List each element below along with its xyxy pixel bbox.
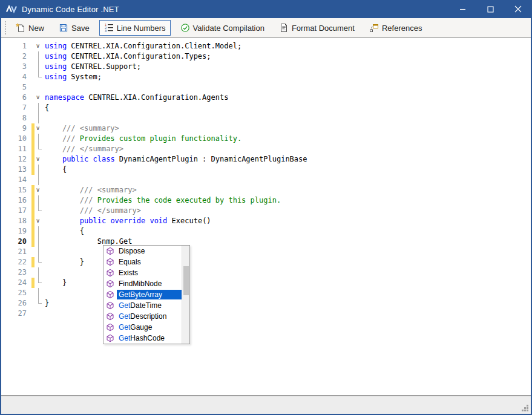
resize-grip-icon[interactable] <box>521 404 529 412</box>
code-line-26[interactable]: 26} <box>1 298 531 309</box>
code-text[interactable]: public class DynamicAgentPlugin : Dynami… <box>45 154 307 165</box>
code-text[interactable]: public override void Execute() <box>45 216 211 226</box>
fold-collapse-icon[interactable]: ∨ <box>34 123 45 134</box>
method-icon <box>106 247 117 255</box>
autocomplete-item-dispose[interactable]: Dispose <box>103 246 182 257</box>
toolbar-button-new[interactable]: New <box>11 20 49 36</box>
line-number: 18 <box>1 216 31 226</box>
line-number: 8 <box>1 113 31 123</box>
autocomplete-item-getdatetime[interactable]: GetDateTime <box>103 300 182 311</box>
maximize-button[interactable] <box>476 0 504 18</box>
code-editor[interactable]: 1∨using CENTREL.XIA.Configuration.Client… <box>1 38 531 396</box>
code-line-6[interactable]: 6∨namespace CENTREL.XIA.Configuration.Ag… <box>1 93 531 103</box>
code-line-25[interactable]: 25 <box>1 288 531 298</box>
code-line-12[interactable]: 12∨ public class DynamicAgentPlugin : Dy… <box>1 154 531 165</box>
fold-collapse-icon[interactable]: ∨ <box>34 185 45 195</box>
line-number: 20 <box>1 237 31 247</box>
line-number: 27 <box>1 309 31 319</box>
toolbar-button-label: New <box>28 24 44 33</box>
autocomplete-popup: DisposeEqualsExistsFindMibNodeGetByteArr… <box>103 245 190 344</box>
autocomplete-item-getbytearray[interactable]: GetByteArray <box>103 289 182 300</box>
code-line-5[interactable]: 5 <box>1 82 531 93</box>
code-line-16[interactable]: 16 /// Provides the code executed by thi… <box>1 195 531 206</box>
code-text[interactable]: /// </summary> <box>45 144 123 154</box>
code-line-18[interactable]: 18∨ public override void Execute() <box>1 216 531 226</box>
code-text[interactable]: { <box>45 103 49 113</box>
toolbar-button-validate-compilation[interactable]: Validate Compilation <box>176 20 269 36</box>
code-line-4[interactable]: 4using System; <box>1 72 531 82</box>
code-line-15[interactable]: 15∨ /// <summary> <box>1 185 531 195</box>
code-line-7[interactable]: 7{ <box>1 103 531 113</box>
code-line-22[interactable]: 22 } <box>1 257 531 267</box>
fold-collapse-icon[interactable]: ∨ <box>34 216 45 226</box>
fold-guide <box>34 72 45 82</box>
fold-collapse-icon[interactable]: ∨ <box>34 154 45 165</box>
autocomplete-item-getgauge[interactable]: GetGauge <box>103 322 182 333</box>
autocomplete-item-exists[interactable]: Exists <box>103 267 182 278</box>
code-line-10[interactable]: 10 /// Provides custom plugin functional… <box>1 134 531 144</box>
fold-guide <box>34 144 45 154</box>
fold-guide <box>34 288 45 298</box>
code-text[interactable]: { <box>45 165 67 175</box>
autocomplete-item-getdescription[interactable]: GetDescription <box>103 311 182 322</box>
title-bar: Dynamic Code Editor .NET <box>0 0 532 18</box>
autocomplete-item-equals[interactable]: Equals <box>103 257 182 267</box>
code-text[interactable]: /// Provides custom plugin functionality… <box>45 134 241 144</box>
code-line-13[interactable]: 13 { <box>1 165 531 175</box>
autocomplete-item-gethashcode[interactable]: GetHashCode <box>103 333 182 344</box>
code-line-19[interactable]: 19 { <box>1 226 531 237</box>
code-text[interactable]: using CENTREL.XIA.Configuration.Types; <box>45 51 211 62</box>
autocomplete-item-label: Exists <box>117 268 182 278</box>
code-text[interactable]: /// </summary> <box>45 206 141 216</box>
fold-collapse-icon[interactable]: ∨ <box>34 41 45 51</box>
code-text[interactable]: /// <summary> <box>45 185 137 195</box>
line-number: 10 <box>1 134 31 144</box>
fold-guide <box>34 298 45 309</box>
code-line-17[interactable]: 17 /// </summary> <box>1 206 531 216</box>
code-line-23[interactable]: 23 <box>1 267 531 278</box>
line-number: 3 <box>1 62 31 72</box>
line-number: 11 <box>1 144 31 154</box>
code-text[interactable]: using System; <box>45 72 102 82</box>
code-line-11[interactable]: 11 /// </summary> <box>1 144 531 154</box>
line-number: 16 <box>1 195 31 206</box>
close-button[interactable] <box>504 0 532 18</box>
toolbar-button-line-numbers[interactable]: 123Line Numbers <box>99 20 171 36</box>
code-line-3[interactable]: 3using CENTREL.Support; <box>1 62 531 72</box>
line-number: 9 <box>1 123 31 134</box>
fold-guide <box>34 278 45 288</box>
fold-guide <box>34 206 45 216</box>
code-text[interactable]: { <box>45 226 84 237</box>
autocomplete-scrollbar[interactable] <box>182 246 189 344</box>
code-text[interactable]: /// <summary> <box>45 123 119 134</box>
code-line-8[interactable]: 8 <box>1 113 531 123</box>
code-line-1[interactable]: 1∨using CENTREL.XIA.Configuration.Client… <box>1 41 531 51</box>
code-text[interactable]: using CENTREL.XIA.Configuration.Client.M… <box>45 41 241 51</box>
code-line-2[interactable]: 2using CENTREL.XIA.Configuration.Types; <box>1 51 531 62</box>
fold-collapse-icon[interactable]: ∨ <box>34 93 45 103</box>
autocomplete-item-findmibnode[interactable]: FindMibNode <box>103 278 182 289</box>
code-line-20[interactable]: 20 Snmp.Get <box>1 237 531 247</box>
code-text[interactable]: namespace CENTREL.XIA.Configuration.Agen… <box>45 93 228 103</box>
code-text[interactable]: } <box>45 257 84 267</box>
autocomplete-scrollbar-thumb[interactable] <box>183 266 189 295</box>
code-text[interactable]: using CENTREL.Support; <box>45 62 141 72</box>
code-line-27[interactable]: 27 <box>1 309 531 319</box>
toolbar-button-save[interactable]: Save <box>54 20 94 36</box>
code-line-14[interactable]: 14 <box>1 175 531 185</box>
code-text[interactable]: } <box>45 298 49 309</box>
chevron-down-icon: ∨ <box>36 123 40 133</box>
autocomplete-item-label: GetHashCode <box>117 333 182 343</box>
code-line-21[interactable]: 21 <box>1 247 531 257</box>
toolbar-grip[interactable] <box>5 21 6 34</box>
line-number: 14 <box>1 175 31 185</box>
toolbar-button-format-document[interactable]: Format Document <box>274 20 360 36</box>
code-line-24[interactable]: 24 } <box>1 278 531 288</box>
minimize-button[interactable] <box>448 0 476 18</box>
code-line-9[interactable]: 9∨ /// <summary> <box>1 123 531 134</box>
method-icon <box>106 312 117 321</box>
toolbar-button-label: Validate Compilation <box>193 24 264 33</box>
code-text[interactable]: /// Provides the code executed by this p… <box>45 195 281 206</box>
code-text[interactable]: } <box>45 278 67 288</box>
toolbar-button-references[interactable]: References <box>364 20 427 36</box>
